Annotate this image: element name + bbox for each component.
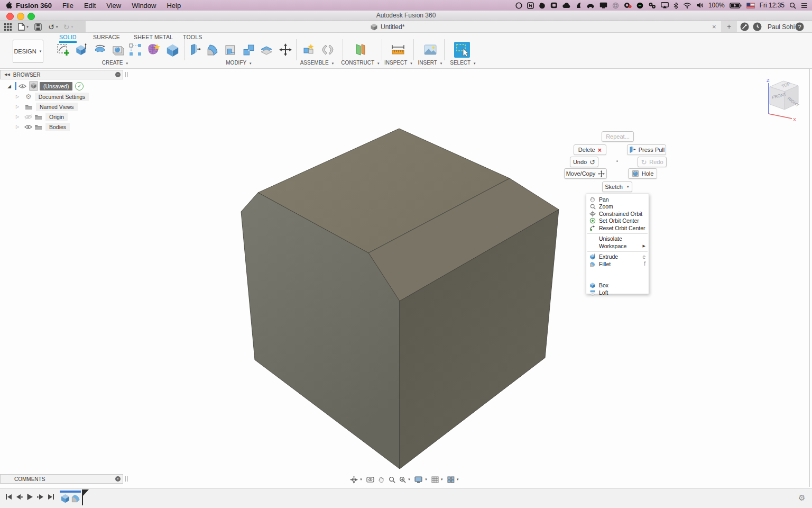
fillet-shortcut: f xyxy=(644,261,645,267)
expand-icon[interactable]: ▷ xyxy=(16,114,21,119)
root-document-label[interactable]: (Unsaved) xyxy=(40,82,72,90)
timeline-go-to-start-button[interactable] xyxy=(4,493,13,501)
redo-label: Redo xyxy=(649,159,663,165)
repeat-button[interactable]: Repeat... xyxy=(602,131,634,142)
comments-panel-header[interactable]: COMMENTS • xyxy=(0,474,123,484)
constrained-orbit-icon xyxy=(589,211,596,217)
hole-menu-button[interactable]: Hole xyxy=(628,168,657,179)
menu-item-box[interactable]: Box xyxy=(586,282,649,289)
menu-item-unisolate[interactable]: Unisolate xyxy=(586,235,649,243)
bodies-label[interactable]: Bodies xyxy=(45,123,70,131)
browser-row-named-views[interactable]: ▷ Named Views xyxy=(16,102,78,112)
zoom-label: Zoom xyxy=(599,203,613,210)
folder-icon xyxy=(25,104,33,110)
comments-options-icon[interactable]: • xyxy=(115,476,121,482)
comments-panel-handle[interactable] xyxy=(125,476,128,482)
box-label: Box xyxy=(599,282,608,288)
redo-arrow-icon: ↻ xyxy=(641,158,647,166)
browser-row-bodies[interactable]: ▷ Bodies xyxy=(16,122,70,132)
menu-item-zoom[interactable]: Zoom xyxy=(586,203,649,211)
press-pull-menu-button[interactable]: Press Pull xyxy=(627,144,666,155)
sketch-caret: ▼ xyxy=(626,185,630,188)
submenu-arrow-icon: ▶ xyxy=(643,244,645,248)
root-visibility-eye-icon[interactable] xyxy=(19,84,26,89)
timeline-go-to-end-button[interactable] xyxy=(47,493,55,501)
browser-row-document-settings[interactable]: ▷ ⚙ Document Settings xyxy=(16,92,89,102)
timeline-play-button[interactable] xyxy=(25,493,34,501)
box-icon xyxy=(589,282,596,288)
unisolate-label: Unisolate xyxy=(599,235,622,242)
bodies-visibility-eye-icon[interactable] xyxy=(24,124,32,130)
expand-icon[interactable]: ▷ xyxy=(16,124,21,129)
timeline-group-bar xyxy=(60,491,81,493)
redo-menu-button[interactable]: ↻ Redo xyxy=(638,157,667,167)
loft-icon xyxy=(589,289,596,296)
browser-panel-handle[interactable] xyxy=(125,72,128,77)
browser-panel-title: BROWSER xyxy=(13,72,41,78)
timeline-marker-flag[interactable] xyxy=(82,489,89,497)
menu-item-fillet[interactable]: Fillet f xyxy=(586,260,649,268)
set-orbit-center-label: Set Orbit Center xyxy=(599,217,639,224)
viewcube[interactable]: TOP FRONT RIGHT Z X xyxy=(761,77,810,122)
menu-separator xyxy=(587,251,648,252)
sketch-menu-button[interactable]: Sketch ▼ xyxy=(602,182,632,192)
browser-root-row[interactable]: ◢ (Unsaved) ✓ xyxy=(7,81,84,91)
document-settings-label[interactable]: Document Settings xyxy=(35,93,89,101)
extrude-label: Extrude xyxy=(599,253,618,260)
orbit-tool-button[interactable]: ▼ xyxy=(350,476,363,484)
reset-orbit-center-icon xyxy=(589,225,596,231)
root-selection-bar xyxy=(15,82,16,90)
expand-icon[interactable]: ▷ xyxy=(16,104,21,109)
context-menu: Pan Zoom Constrained Orbit Set Orbit Cen… xyxy=(586,194,649,294)
zoom-magnifier-icon xyxy=(589,204,596,210)
browser-collapse-icon[interactable]: ◀◀ xyxy=(4,72,10,77)
pan-tool-button[interactable] xyxy=(378,476,385,483)
menu-item-extrude[interactable]: Extrude e xyxy=(586,253,649,261)
browser-panel-header[interactable]: ◀◀ BROWSER – xyxy=(0,70,123,79)
set-orbit-center-icon xyxy=(589,217,596,224)
axis-x-label: X xyxy=(793,117,796,122)
timeline-step-back-button[interactable] xyxy=(15,493,23,501)
browser-options-icon[interactable]: – xyxy=(115,72,121,77)
constrained-orbit-label: Constrained Orbit xyxy=(599,211,642,217)
menu-item-pan[interactable]: Pan xyxy=(586,196,649,203)
fusion360-screen: { "menubar": { "app_name": "Fusion 360",… xyxy=(0,0,812,508)
comments-panel-title: COMMENTS xyxy=(14,476,45,482)
delete-button[interactable]: Delete × xyxy=(574,144,606,155)
fit-view-button[interactable]: ▼ xyxy=(399,476,411,483)
timeline-settings-gear-icon[interactable]: ⚙ xyxy=(798,493,805,503)
origin-hidden-eye-icon[interactable] xyxy=(24,114,32,120)
root-saved-check-icon: ✓ xyxy=(75,82,84,90)
look-at-button[interactable] xyxy=(366,476,374,483)
fillet-label: Fillet xyxy=(599,261,611,267)
origin-label[interactable]: Origin xyxy=(45,113,68,121)
zoom-tool-button[interactable] xyxy=(389,476,395,483)
menu-item-set-orbit-center[interactable]: Set Orbit Center xyxy=(586,217,649,225)
viewports-button[interactable]: ▼ xyxy=(447,476,459,483)
axis-z-label: Z xyxy=(767,78,770,83)
menu-item-workspace[interactable]: Workspace ▶ xyxy=(586,242,649,250)
move-icon xyxy=(598,170,605,177)
expand-icon[interactable]: ▷ xyxy=(16,94,21,99)
undo-arrow-icon: ↺ xyxy=(589,158,595,166)
hole-label: Hole xyxy=(642,170,654,177)
grid-settings-button[interactable]: ▼ xyxy=(431,476,444,483)
root-expand-icon[interactable]: ◢ xyxy=(7,84,13,89)
loft-label: Loft xyxy=(599,289,608,296)
timeline-bar: ⚙ xyxy=(0,488,812,508)
press-pull-icon xyxy=(629,146,636,153)
display-settings-button[interactable]: ▼ xyxy=(414,476,428,483)
workspace-label-item: Workspace xyxy=(599,243,626,249)
navigation-bar: ▼ ▼ ▼ ▼ ▼ xyxy=(350,475,459,484)
timeline-fillet-feature[interactable] xyxy=(71,493,81,505)
timeline-step-forward-button[interactable] xyxy=(36,493,44,501)
undo-menu-button[interactable]: Undo ↺ xyxy=(570,157,598,167)
menu-item-loft[interactable]: Loft xyxy=(586,289,649,296)
named-views-label[interactable]: Named Views xyxy=(36,103,78,111)
sketch-label: Sketch xyxy=(605,184,623,190)
menu-item-reset-orbit-center[interactable]: Reset Orbit Center xyxy=(586,224,649,232)
browser-row-origin[interactable]: ▷ Origin xyxy=(16,112,68,122)
menu-item-constrained-orbit[interactable]: Constrained Orbit xyxy=(586,210,649,217)
timeline-box-feature[interactable] xyxy=(60,493,70,505)
move-copy-menu-button[interactable]: Move/Copy xyxy=(564,168,607,179)
